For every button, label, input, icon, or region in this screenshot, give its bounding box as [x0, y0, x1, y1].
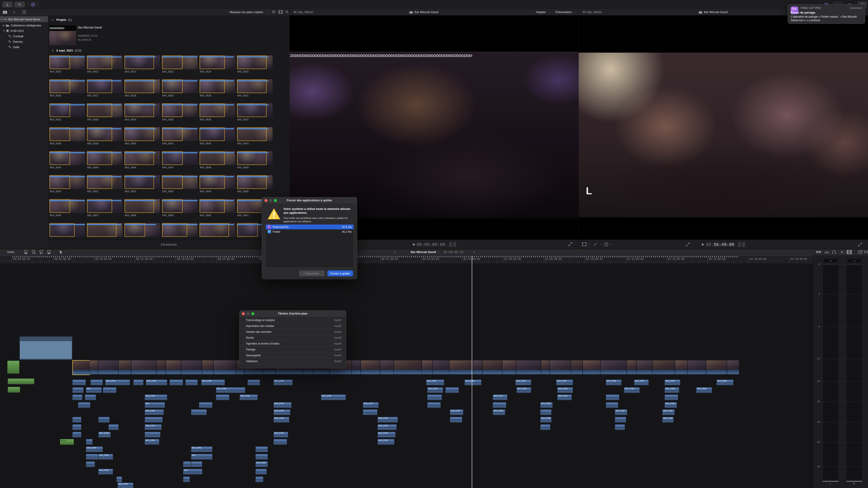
- browser-clip[interactable]: MVI_0629: [162, 79, 197, 97]
- timeline-clip[interactable]: MVI_2788: [145, 410, 164, 415]
- timeline-clip[interactable]: MVI_2795: [540, 417, 552, 423]
- fit-menu[interactable]: Adapter: [536, 10, 546, 14]
- browser-clip[interactable]: MVI_0642: [199, 127, 235, 145]
- timeline-clip[interactable]: MVI: [191, 454, 213, 460]
- skimming-icon[interactable]: [816, 250, 822, 254]
- timeline-clip[interactable]: MVI: [86, 387, 102, 393]
- clip-thumbnail[interactable]: [49, 199, 85, 213]
- timeline-clip[interactable]: MVI_2792: [377, 439, 395, 445]
- browser-clip[interactable]: MVI_0637: [237, 103, 273, 121]
- timeline-clip[interactable]: MVI_2793: [377, 417, 398, 423]
- title-clip[interactable]: [8, 379, 34, 384]
- timeline-clip[interactable]: MVI_2799: [664, 387, 679, 393]
- clip-thumbnail[interactable]: [237, 175, 273, 189]
- storyline-clip[interactable]: [213, 360, 237, 375]
- insert-edit-icon[interactable]: [31, 250, 36, 254]
- timeline-clip[interactable]: [72, 394, 83, 400]
- timeline-clip[interactable]: [183, 477, 190, 482]
- zoom-button[interactable]: [251, 312, 254, 315]
- force-quit-button[interactable]: Forcer à quitter: [327, 270, 353, 276]
- timeline-clip[interactable]: [86, 461, 95, 467]
- storyline-clip[interactable]: [571, 360, 583, 375]
- storyline-clip[interactable]: [541, 360, 550, 375]
- browser-clip[interactable]: [87, 223, 123, 241]
- browser-clip[interactable]: MVI_0625: [237, 55, 273, 73]
- timeline-clip[interactable]: [191, 410, 207, 415]
- browser-clip[interactable]: MVI_0636: [199, 103, 235, 121]
- browser-clip[interactable]: MVI_0631: [237, 79, 273, 97]
- sidebar-item-event[interactable]: ▼ 6-09-2021: [0, 28, 50, 33]
- view-menu[interactable]: Présentation: [555, 10, 572, 14]
- storyline-clip[interactable]: [473, 360, 483, 375]
- timeline-clip[interactable]: [606, 402, 618, 408]
- browser-clip[interactable]: MVI_0620: [49, 55, 85, 73]
- timeline-clip[interactable]: [145, 432, 160, 437]
- storyline-clip[interactable]: [131, 360, 156, 375]
- browser-clip[interactable]: MVI_0651: [87, 175, 123, 193]
- clip-thumbnail[interactable]: [199, 127, 235, 141]
- timeline-clip[interactable]: [615, 424, 625, 430]
- timeline-clip[interactable]: [255, 469, 267, 475]
- browser-clip[interactable]: [49, 223, 85, 241]
- browser-clip[interactable]: MVI_0630: [199, 79, 235, 97]
- timeline-clip[interactable]: MVI_2786: [240, 394, 258, 400]
- browser-clip[interactable]: MVI_0644: [49, 151, 85, 169]
- browser-clip[interactable]: MVI_0641: [162, 127, 197, 145]
- append-edit-icon[interactable]: [39, 250, 44, 254]
- storyline-clip[interactable]: [72, 360, 90, 375]
- browser-clip[interactable]: MVI_0621: [87, 55, 123, 73]
- browser-clip[interactable]: MVI_0650: [49, 175, 85, 193]
- connected-audio-clip[interactable]: [20, 336, 72, 360]
- clip-thumbnail[interactable]: [162, 127, 197, 141]
- timeline-clip[interactable]: [86, 439, 93, 445]
- timeline-clip[interactable]: MVI_2792: [450, 410, 463, 415]
- clip-thumbnail[interactable]: [87, 175, 123, 189]
- storyline-clip[interactable]: [90, 360, 98, 375]
- browser-clip[interactable]: MVI_0659: [162, 199, 197, 217]
- clip-thumbnail[interactable]: [237, 55, 273, 69]
- storyline-clip[interactable]: [156, 360, 166, 375]
- timeline-clip[interactable]: [248, 380, 260, 385]
- timeline-clip[interactable]: MVI_2789: [98, 454, 113, 460]
- disclosure-triangle-icon[interactable]: ▼: [52, 50, 54, 52]
- timeline-clip[interactable]: MVI_2782: [145, 424, 162, 430]
- timeline-clip[interactable]: [199, 402, 213, 408]
- clip-thumbnail[interactable]: [162, 199, 197, 213]
- browser-clip[interactable]: MVI_0623: [162, 55, 197, 73]
- timeline-clip[interactable]: [255, 454, 268, 460]
- timeline-clip[interactable]: [445, 387, 459, 393]
- storyline-clip[interactable]: [550, 360, 571, 375]
- clip-filter-menu[interactable]: Masquer les plans rejetés: [230, 10, 263, 14]
- clip-thumbnail[interactable]: [124, 103, 160, 117]
- browser-clip[interactable]: MVI_0633: [87, 103, 123, 121]
- clip-thumbnail[interactable]: [49, 55, 85, 69]
- timeline-clip[interactable]: MVI_2782: [427, 387, 443, 393]
- background-tasks-button[interactable]: [27, 2, 39, 7]
- browser-clip[interactable]: MVI_0640: [124, 127, 160, 145]
- browser-clip[interactable]: MVI_0647: [162, 151, 197, 169]
- viewer-timecode[interactable]: 56:49:09: [714, 242, 735, 247]
- timeline-clip[interactable]: MVI_2799: [664, 380, 680, 385]
- clip-thumbnail[interactable]: [124, 79, 160, 93]
- browser-clip[interactable]: MVI_0658: [124, 199, 160, 217]
- clip-thumbnail[interactable]: [237, 127, 273, 141]
- timeline-clip[interactable]: [540, 424, 550, 430]
- clip-thumbnail[interactable]: [49, 79, 85, 93]
- disclosure-triangle-icon[interactable]: ▶: [2, 24, 5, 26]
- sidebar-item-keyword-danses[interactable]: Danses: [0, 39, 56, 44]
- timeline-clip[interactable]: MVI_2792: [515, 380, 531, 385]
- timeline-clip[interactable]: MVI_2796: [556, 380, 573, 385]
- storyline-clip[interactable]: [450, 360, 473, 375]
- keyword-editor-button[interactable]: [14, 2, 25, 7]
- solo-icon[interactable]: [832, 250, 836, 254]
- browser-clip[interactable]: MVI_0646: [124, 151, 160, 169]
- event-viewer-timecode[interactable]: 00:00:00:00: [416, 242, 445, 247]
- timeline-clip[interactable]: [664, 394, 678, 400]
- storyline-clip[interactable]: [119, 360, 131, 375]
- timeline-clip[interactable]: [427, 402, 441, 408]
- sidebar-item-keyword-salle[interactable]: Salle: [0, 44, 56, 50]
- timeline-clip[interactable]: MVI_2795: [540, 402, 553, 408]
- storyline-clip[interactable]: [202, 360, 213, 375]
- resume-button[interactable]: Reprendre: [299, 270, 325, 276]
- timeline-clip[interactable]: [363, 410, 377, 415]
